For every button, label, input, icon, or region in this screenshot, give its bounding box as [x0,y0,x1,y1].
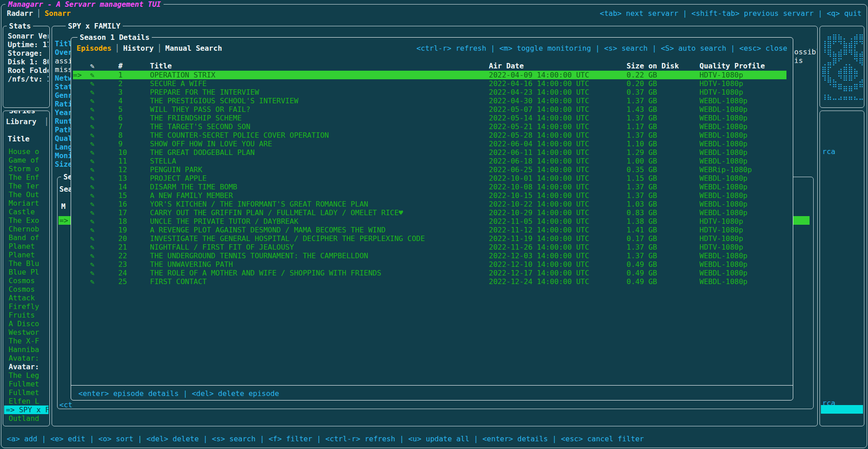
episode-quality: WEBDL-1080p [699,269,786,277]
episode-size: 1.41 GB [627,226,699,234]
series-list-item[interactable]: Storm o [4,164,48,173]
series-list-item[interactable]: Cosmos [4,285,48,294]
episode-row[interactable]: ✎16YOR'S KITCHEN / THE INFORMANT'S GREAT… [73,200,786,208]
episode-row[interactable]: ✎11STELLA2022-06-18 14:00:00 UTC1.00 GBW… [73,157,786,165]
series-list-item[interactable]: Blue Pl [4,268,48,276]
series-list-item[interactable]: The Exo [4,216,48,225]
season-modal-keybindings: <ctrl-r> refresh | <m> toggle monitoring… [416,44,787,53]
episode-row[interactable]: ✎9SHOW OFF HOW IN LOVE YOU ARE2022-06-04… [73,140,786,148]
episode-quality: HDTV-1080p [699,71,786,79]
tab-sonarr[interactable]: Sonarr [44,9,71,18]
selection-marker [73,148,90,157]
header-size-on-disk: Size on Disk [627,62,699,70]
series-list-item[interactable]: Planet [4,242,48,251]
episode-air-date: 2022-11-26 14:00:00 UTC [489,243,627,251]
episode-air-date: 2022-06-04 14:00:00 UTC [489,140,627,148]
braille-art-row: ⠹⣷⣄⠙⠿⠿⠋⣠⣾⠏ [821,74,864,83]
episode-row[interactable]: ✎19A REVENGE PLOT AGAINST DESMOND / MAMA… [73,226,786,234]
series-list-item[interactable]: Elfen L [4,397,48,406]
series-list-item[interactable]: Game of [4,156,48,164]
episode-row[interactable]: ✎18UNCLE THE PRIVATE TUTOR / DAYBREAK202… [73,217,786,226]
edit-pencil-icon: ✎ [90,165,118,174]
episode-row[interactable]: ✎2SECURE A WIFE2022-04-16 14:00:00 UTC0.… [73,79,786,88]
episode-row[interactable]: ✎10THE GREAT DODGEBALL PLAN2022-06-11 14… [73,148,786,157]
overview-overflow-text: is [794,56,817,65]
episode-quality: WEBDL-1080p [699,174,786,183]
series-list-item[interactable]: Fullmet [4,380,48,388]
episode-row[interactable]: ✎24THE ROLE OF A MOTHER AND WIFE / SHOPP… [73,269,786,277]
series-list-item[interactable]: The Enf [4,173,48,182]
series-list-item[interactable]: Moriart [4,199,48,208]
series-list-item[interactable]: Castle [4,208,48,216]
episode-row[interactable]: ✎8THE COUNTER-SECRET POLICE COVER OPERAT… [73,131,786,140]
series-list-item[interactable]: Band of [4,233,48,242]
selection-marker [73,269,90,277]
braille-art-row: ⣿⡏⠀⣴⣿⣿⣦⠀⢹⣿ [821,66,864,74]
episode-row[interactable]: ✎14DISARM THE TIME BOMB2022-10-08 14:00:… [73,183,786,191]
episode-title: PROJECT APPLE [150,174,489,183]
series-list-item[interactable]: The Leg [4,371,48,380]
selection-marker [73,183,90,191]
series-list-item[interactable]: The Out [4,190,48,199]
episode-row[interactable]: ✎12PENGUIN PARK2022-06-25 14:00:00 UTC0.… [73,165,786,174]
series-list-item[interactable]: A Disco [4,319,48,328]
bottom-keybindings: <a> add | <e> edit | <o> sort | <del> de… [7,435,644,443]
episode-row[interactable]: ✎6THE FRIENDSHIP SCHEME2022-05-14 14:00:… [73,114,786,122]
series-list-item[interactable]: Avatar: [4,362,48,371]
episode-row[interactable]: ✎22THE UNDERGROUND TENNIS TOURNAMENT: TH… [73,251,786,260]
selection-marker [73,174,90,183]
tab-manual-search[interactable]: Manual Search [165,44,222,53]
stats-lines: Sonarr VerUptime: 17Storage:Disk 1: 80Ro… [4,32,48,83]
tab-episodes[interactable]: Episodes [77,44,111,53]
right-selected-row[interactable] [821,405,863,414]
header-episode-title: Title [150,62,489,70]
series-list-item[interactable]: Attack [4,294,48,302]
episode-number: 5 [118,105,150,114]
series-list-item[interactable]: Fruits [4,311,48,319]
episode-row[interactable]: ✎5WILL THEY PASS OR FAIL?2022-05-07 14:0… [73,105,786,114]
series-list-item[interactable]: Chernob [4,225,48,233]
episode-number: 17 [118,208,150,217]
episode-air-date: 2022-10-01 14:00:00 UTC [489,174,627,183]
series-list-item[interactable]: Outland [4,414,48,423]
series-list-item[interactable]: Planet [4,251,48,259]
edit-pencil-icon: ✎ [90,140,118,148]
series-list-item[interactable]: Firefly [4,302,48,311]
series-list-item[interactable]: Avatar: [4,354,48,362]
series-list-item[interactable]: Hanniba [4,345,48,354]
series-list-item[interactable]: House o [4,147,48,156]
episode-title: A NEW FAMILY MEMBER [150,191,489,200]
episode-row[interactable]: ✎15A NEW FAMILY MEMBER2022-10-15 14:00:0… [73,191,786,200]
episode-title: FIRST CONTACT [150,277,489,286]
episode-row[interactable]: ✎4THE PRESTIGIOUS SCHOOL'S INTERVIEW2022… [73,97,786,105]
episode-row[interactable]: ✎3PREPARE FOR THE INTERVIEW2022-04-23 14… [73,88,786,97]
episode-row[interactable]: ✎13PROJECT APPLE2022-10-01 14:00:00 UTC1… [73,174,786,183]
tab-radarr[interactable]: Radarr [7,9,33,18]
episode-quality: WEBDL-1080p [699,140,786,148]
episode-row[interactable]: ✎17CARRY OUT THE GRIFFIN PLAN / FULLMETA… [73,208,786,217]
episode-row[interactable]: ✎7THE TARGET'S SECOND SON2022-05-21 14:0… [73,122,786,131]
episode-number: 11 [118,157,150,165]
series-list-item[interactable]: Westwor [4,328,48,337]
episode-row[interactable]: ✎23THE UNWAVERING PATH2022-12-10 14:00:0… [73,260,786,269]
episode-air-date: 2022-10-15 14:00:00 UTC [489,191,627,200]
episode-row[interactable]: ✎21NIGHTFALL / FIRST FIT OF JEALOUSY2022… [73,243,786,251]
episode-size: 1.03 GB [627,200,699,208]
episode-row[interactable]: ✎25FIRST CONTACT2022-12-24 14:00:00 UTC0… [73,277,786,286]
episode-row[interactable]: ✎20INVESTIGATE THE GENERAL HOSPITAL / DE… [73,234,786,243]
series-list-item[interactable]: Cosmos [4,276,48,285]
episode-title: INVESTIGATE THE GENERAL HOSPITAL / DECIP… [150,234,489,243]
selection-marker [73,157,90,165]
episode-quality: WEBDL-1080p [699,105,786,114]
edit-pencil-icon: ✎ [90,97,118,105]
edit-pencil-icon: ✎ [90,208,118,217]
managarr-app: Managarr - A Servarr management TUI Rada… [0,0,868,449]
series-list-item[interactable]: => SPY x F [4,406,48,414]
series-list-item[interactable]: The Ter [4,182,48,190]
episode-row[interactable]: =>✎1OPERATION STRIX2022-04-09 14:00:00 U… [73,71,786,79]
tab-history[interactable]: History [123,44,154,53]
selection-marker [73,208,90,217]
series-list-item[interactable]: The Blu [4,259,48,268]
series-list-item[interactable]: The X-F [4,337,48,345]
series-list-item[interactable]: Fullmet [4,388,48,397]
